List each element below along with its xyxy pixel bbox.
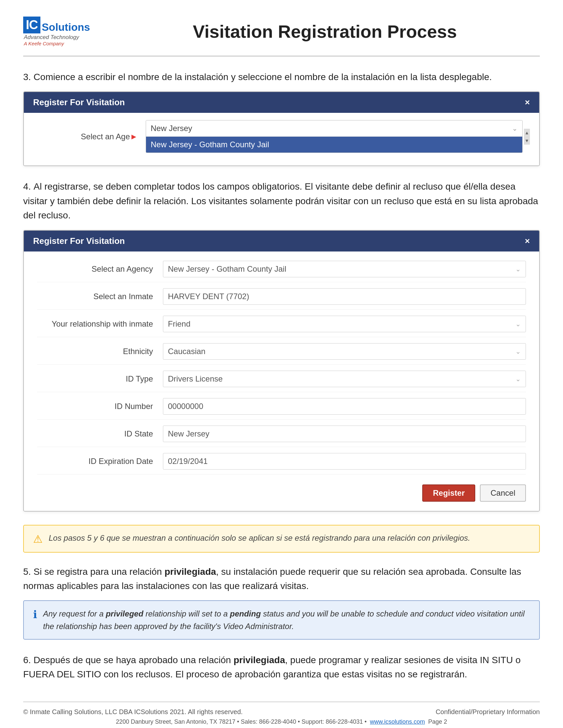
step3-modal-title: Register For Visitation	[33, 97, 125, 108]
info-text: Any request for a privileged relationshi…	[43, 608, 530, 632]
step4-idnumber-row: ID Number 00000000	[37, 398, 526, 420]
step3-modal: Register For Visitation × Select an Age►…	[23, 91, 540, 166]
step4-modal-body: Select an Agency New Jersey - Gotham Cou…	[24, 251, 539, 511]
info-box: ℹ Any request for a privileged relations…	[23, 600, 540, 639]
step3-dropdown-value: New Jersey	[151, 124, 509, 133]
step3-chevron-icon: ⌄	[512, 124, 518, 132]
step4-inmate-label: Select an Inmate	[37, 292, 163, 301]
step4-relationship-row: Your relationship with inmate Friend ⌄	[37, 316, 526, 337]
step4-agency-field[interactable]: New Jersey - Gotham County Jail ⌄	[163, 261, 526, 277]
step4-idnumber-input[interactable]: 00000000	[163, 398, 526, 415]
step4-inmate-field[interactable]: HARVEY DENT (7702)	[163, 288, 526, 305]
logo: IC Solutions Advanced Technology A Keefe…	[23, 17, 90, 46]
page-footer: © Inmate Calling Solutions, LLC DBA ICSo…	[23, 702, 540, 725]
step3-agency-row: Select an Age► New Jersey ⌄ New Jersey -…	[33, 120, 530, 153]
step3-dropdown-option[interactable]: New Jersey - Gotham County Jail	[146, 137, 522, 153]
step3-label: Select an Age►	[33, 132, 146, 141]
step4-idnumber-label: ID Number	[37, 402, 163, 411]
step3-scroll-down[interactable]: ▼	[524, 137, 530, 145]
footer-address: 2200 Danbury Street, San Antonio, TX 782…	[116, 718, 367, 725]
step-3: 3.Comience a escribir el nombre de la in…	[23, 70, 540, 166]
step4-agency-input[interactable]: New Jersey - Gotham County Jail ⌄	[163, 261, 526, 277]
step4-idnumber-field[interactable]: 00000000	[163, 398, 526, 415]
footer-top: © Inmate Calling Solutions, LLC DBA ICSo…	[23, 708, 540, 716]
step4-idstate-field[interactable]: New Jersey	[163, 426, 526, 442]
step4-relationship-input[interactable]: Friend ⌄	[163, 316, 526, 332]
step5-text: 5.Si se registra para una relación privi…	[23, 565, 540, 593]
footer-confidential: Confidential/Proprietary Information	[436, 708, 540, 716]
step4-number: 4.	[23, 181, 31, 192]
step3-dropdown[interactable]: New Jersey ⌄ New Jersey - Gotham County …	[146, 120, 523, 153]
step4-idstate-row: ID State New Jersey	[37, 426, 526, 447]
step4-relationship-field[interactable]: Friend ⌄	[163, 316, 526, 332]
step4-idexpdate-field[interactable]: 02/19/2041	[163, 453, 526, 470]
step4-close-icon[interactable]: ×	[525, 236, 530, 246]
logo-sub1: Advanced Technology	[24, 34, 90, 41]
step4-ethnicity-field[interactable]: Caucasian ⌄	[163, 343, 526, 360]
step6-text: 6. Después de que se haya aprobado una r…	[23, 653, 540, 682]
cancel-button[interactable]: Cancel	[480, 484, 526, 502]
step4-modal: Register For Visitation × Select an Agen…	[23, 230, 540, 512]
step4-modal-header: Register For Visitation ×	[24, 231, 539, 251]
step4-inmate-row: Select an Inmate HARVEY DENT (7702)	[37, 288, 526, 310]
step4-relationship-chevron: ⌄	[515, 320, 521, 328]
step3-number: 3.	[23, 72, 31, 82]
step4-idtype-input[interactable]: Drivers License ⌄	[163, 371, 526, 387]
step4-ethnicity-row: Ethnicity Caucasian ⌄	[37, 343, 526, 365]
register-button[interactable]: Register	[422, 484, 475, 502]
step4-idstate-input[interactable]: New Jersey	[163, 426, 526, 442]
step3-dropdown-input[interactable]: New Jersey ⌄	[146, 120, 522, 137]
step4-idtype-chevron: ⌄	[515, 375, 521, 383]
step4-agency-chevron: ⌄	[515, 265, 521, 273]
step4-idtype-field[interactable]: Drivers License ⌄	[163, 371, 526, 387]
step4-agency-label: Select an Agency	[37, 264, 163, 274]
step4-inmate-input[interactable]: HARVEY DENT (7702)	[163, 288, 526, 305]
step4-idexpdate-label: ID Expiration Date	[37, 457, 163, 466]
step4-buttons: Register Cancel	[37, 481, 526, 502]
step-5: 5.Si se registra para una relación privi…	[23, 565, 540, 640]
step5-number: 5.	[23, 567, 31, 577]
step4-ethnicity-chevron: ⌄	[515, 347, 521, 355]
step4-idtype-row: ID Type Drivers License ⌄	[37, 371, 526, 392]
step3-modal-header: Register For Visitation ×	[24, 92, 539, 113]
step4-relationship-label: Your relationship with inmate	[37, 319, 163, 329]
logo-image: IC Solutions	[23, 17, 90, 33]
footer-bottom: 2200 Danbury Street, San Antonio, TX 782…	[23, 718, 540, 725]
step3-scroll-up[interactable]: ▲	[524, 129, 530, 137]
step4-agency-row: Select an Agency New Jersey - Gotham Cou…	[37, 261, 526, 282]
step3-scrollbar: ▲ ▼	[524, 129, 530, 145]
warning-icon: ⚠	[33, 533, 43, 545]
step-4: 4.Al registrarse, se deben completar tod…	[23, 179, 540, 511]
page-title: Visitation Registration Process	[110, 21, 540, 42]
footer-page: Page 2	[428, 718, 447, 725]
logo-sub2: A Keefe Company	[24, 41, 90, 46]
step-6: 6. Después de que se haya aprobado una r…	[23, 653, 540, 682]
step4-text: 4.Al registrarse, se deben completar tod…	[23, 179, 540, 222]
step4-idexpdate-row: ID Expiration Date 02/19/2041	[37, 453, 526, 475]
step4-idstate-label: ID State	[37, 429, 163, 438]
page-header: IC Solutions Advanced Technology A Keefe…	[23, 17, 540, 57]
step3-modal-body: Select an Age► New Jersey ⌄ New Jersey -…	[24, 113, 539, 165]
step4-idexpdate-input[interactable]: 02/19/2041	[163, 453, 526, 470]
footer-copyright: © Inmate Calling Solutions, LLC DBA ICSo…	[23, 708, 243, 716]
logo-ic: IC	[23, 17, 40, 33]
step4-ethnicity-input[interactable]: Caucasian ⌄	[163, 343, 526, 360]
step3-close-icon[interactable]: ×	[525, 97, 530, 108]
warning-text: Los pasos 5 y 6 que se muestran a contin…	[49, 532, 470, 544]
logo-solutions: Solutions	[42, 21, 90, 33]
step4-idtype-label: ID Type	[37, 374, 163, 384]
warning-box: ⚠ Los pasos 5 y 6 que se muestran a cont…	[23, 525, 540, 553]
step4-modal-title: Register For Visitation	[33, 236, 125, 246]
info-icon: ℹ	[33, 608, 37, 621]
step3-text: 3.Comience a escribir el nombre de la in…	[23, 70, 540, 84]
step4-ethnicity-label: Ethnicity	[37, 347, 163, 356]
footer-website[interactable]: www.icsolutions.com	[370, 718, 425, 725]
